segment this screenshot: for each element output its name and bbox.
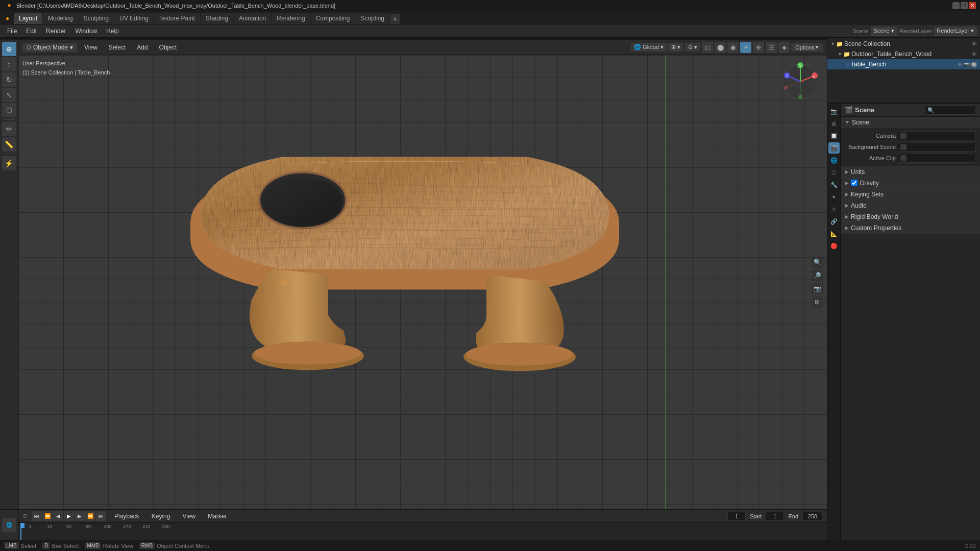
menu-render[interactable]: Render bbox=[42, 27, 70, 36]
tab-uv-editing[interactable]: UV Editing bbox=[114, 13, 154, 24]
properties-search-input[interactable] bbox=[925, 106, 976, 115]
timeline-track[interactable]: 1 10 50 90 130 170 210 250 bbox=[18, 523, 827, 540]
options-button[interactable]: Options ▾ bbox=[791, 43, 823, 52]
tab-compositing[interactable]: Compositing bbox=[311, 13, 355, 24]
rendered-mode-button[interactable]: ☀ bbox=[740, 42, 751, 53]
properties-icons: 📷 🖨 🔲 🎬 🌐 ⬡ 🔧 ✦ ⚛ 🔗 📐 🔴 bbox=[827, 104, 841, 551]
zoom-out-button[interactable]: 🔎 bbox=[812, 270, 823, 281]
object-mode-dropdown[interactable]: ⬡ Object Mode ▾ bbox=[22, 43, 77, 52]
scene-props-icon[interactable]: 🎬 bbox=[828, 142, 840, 154]
tool-annotate[interactable]: ✏ bbox=[2, 122, 16, 136]
xray-toggle[interactable]: ◈ bbox=[778, 42, 790, 53]
data-icon[interactable]: 📐 bbox=[828, 228, 840, 239]
overlay-toggle[interactable]: ☰ bbox=[766, 42, 777, 53]
scene-collection-row[interactable]: ▼ 📁 Scene Collection 👁 bbox=[827, 39, 980, 49]
audio-section-header[interactable]: ▶ Audio bbox=[841, 200, 980, 211]
keying-sets-section-header[interactable]: ▶ Keying Sets bbox=[841, 189, 980, 200]
material-preview-button[interactable]: ◉ bbox=[727, 42, 739, 53]
select-menu[interactable]: Select bbox=[105, 43, 130, 52]
particles-icon[interactable]: ✦ bbox=[828, 191, 840, 203]
tab-sculpting[interactable]: Sculpting bbox=[79, 13, 114, 24]
tab-rendering[interactable]: Rendering bbox=[272, 13, 310, 24]
gravity-checkbox[interactable] bbox=[851, 180, 857, 186]
object-menu[interactable]: Object bbox=[155, 43, 181, 52]
output-props-icon[interactable]: 🖨 bbox=[828, 118, 840, 129]
next-frame-button[interactable]: ▶ bbox=[75, 511, 85, 521]
tool-add-object[interactable]: ⚡ bbox=[2, 156, 16, 170]
view-menu[interactable]: View bbox=[80, 43, 102, 52]
tab-scripting[interactable]: Scripting bbox=[355, 13, 389, 24]
menu-help[interactable]: Help bbox=[102, 27, 123, 36]
prev-frame-button[interactable]: ◀ bbox=[53, 511, 63, 521]
render-layer-select[interactable]: RenderLayer ▾ bbox=[934, 27, 977, 36]
outdoor-table-collection-row[interactable]: ▼ 📁 Outdoor_Table_Bench_Wood 👁 bbox=[827, 49, 980, 59]
add-menu[interactable]: Add bbox=[133, 43, 152, 52]
object-visibility-icon[interactable]: 👁 bbox=[958, 62, 963, 67]
frame-all-button[interactable]: ⊞ bbox=[812, 296, 823, 308]
tab-texture-paint[interactable]: Texture Paint bbox=[154, 13, 200, 24]
menu-edit[interactable]: Edit bbox=[22, 27, 41, 36]
close-button[interactable]: ✕ bbox=[969, 2, 976, 9]
minimize-button[interactable]: – bbox=[952, 2, 960, 9]
tool-transform[interactable]: ⬡ bbox=[2, 103, 16, 117]
scene-select[interactable]: Scene ▾ bbox=[871, 27, 897, 36]
render-props-icon[interactable]: 📷 bbox=[828, 106, 840, 117]
start-frame-input[interactable] bbox=[766, 512, 784, 521]
viewport-3d[interactable]: ✛ User Perspective (1) Scene Collection … bbox=[18, 55, 827, 509]
active-clip-prop-value[interactable] bbox=[898, 154, 976, 163]
wireframe-mode-button[interactable]: ◻ bbox=[702, 42, 713, 53]
gravity-section-header[interactable]: ▶ Gravity bbox=[841, 178, 980, 189]
tool-measure[interactable]: 📏 bbox=[2, 137, 16, 152]
solid-mode-button[interactable]: ⬤ bbox=[715, 42, 726, 53]
viewport-gizmo-toggle[interactable]: ⊕ bbox=[753, 42, 764, 53]
menu-file[interactable]: File bbox=[3, 27, 21, 36]
physics-icon[interactable]: ⚛ bbox=[828, 204, 840, 215]
tab-animation[interactable]: Animation bbox=[234, 13, 271, 24]
tab-shading[interactable]: Shading bbox=[201, 13, 233, 24]
constraints-icon[interactable]: 🔗 bbox=[828, 216, 840, 227]
custom-properties-section-header[interactable]: ▶ Custom Properties bbox=[841, 222, 980, 234]
tool-cursor[interactable]: ⊕ bbox=[2, 42, 16, 56]
end-frame-input[interactable] bbox=[802, 512, 823, 521]
current-frame-input[interactable] bbox=[727, 512, 746, 521]
add-workspace-button[interactable]: + bbox=[390, 14, 400, 24]
camera-prop-value[interactable] bbox=[898, 131, 976, 140]
rigid-body-world-section-header[interactable]: ▶ Rigid Body World bbox=[841, 211, 980, 222]
menu-window[interactable]: Window bbox=[71, 27, 101, 36]
marker-menu[interactable]: Marker bbox=[204, 512, 231, 521]
proportional-editing[interactable]: ⊙ ▾ bbox=[685, 43, 700, 52]
world-props-icon[interactable]: 🌐 bbox=[828, 155, 840, 166]
viewport-gizmo[interactable]: X Y Z bbox=[780, 61, 821, 102]
tool-rotate[interactable]: ↻ bbox=[2, 72, 16, 87]
scene-collection-visibility-icon[interactable]: 👁 bbox=[972, 41, 977, 47]
tab-layout[interactable]: Layout bbox=[14, 13, 42, 24]
transform-orientation-select[interactable]: 🌐 Global ▾ bbox=[631, 43, 667, 52]
snap-select[interactable]: ⊞ ▾ bbox=[668, 43, 683, 52]
view-menu-timeline[interactable]: View bbox=[178, 512, 200, 521]
units-section-header[interactable]: ▶ Units bbox=[841, 166, 980, 178]
tab-modeling[interactable]: Modeling bbox=[43, 13, 78, 24]
playback-menu[interactable]: Playback bbox=[110, 512, 143, 521]
tool-scale[interactable]: ⤡ bbox=[2, 88, 16, 102]
bg-scene-prop-value[interactable] bbox=[898, 142, 976, 152]
table-bench-row[interactable]: ▽ Table_Bench 👁 📷 🔘 bbox=[827, 59, 980, 69]
scene-section-header[interactable]: ▼ Scene bbox=[841, 117, 980, 128]
maximize-button[interactable]: □ bbox=[961, 2, 968, 9]
prev-keyframe-button[interactable]: ⏪ bbox=[42, 511, 53, 521]
zoom-in-button[interactable]: 🔍 bbox=[812, 257, 823, 268]
object-props-icon[interactable]: ⬡ bbox=[828, 167, 840, 178]
scene-button[interactable]: 🌐 bbox=[2, 518, 16, 532]
view-layer-props-icon[interactable]: 🔲 bbox=[828, 130, 840, 141]
material-icon[interactable]: 🔴 bbox=[828, 240, 840, 252]
object-render-icon[interactable]: 📷 bbox=[964, 62, 970, 67]
jump-to-start-button[interactable]: ⏮ bbox=[32, 511, 42, 521]
modifiers-icon[interactable]: 🔧 bbox=[828, 179, 840, 190]
next-keyframe-button[interactable]: ⏩ bbox=[85, 511, 95, 521]
collection-visibility-icon[interactable]: 👁 bbox=[972, 52, 977, 57]
keying-menu[interactable]: Keying bbox=[148, 512, 175, 521]
object-select-icon[interactable]: 🔘 bbox=[971, 62, 977, 67]
jump-to-end-button[interactable]: ⏭ bbox=[96, 511, 106, 521]
camera-view-button[interactable]: 📷 bbox=[812, 283, 823, 294]
tool-move[interactable]: ↕ bbox=[2, 57, 16, 71]
play-button[interactable]: ▶ bbox=[64, 511, 74, 521]
